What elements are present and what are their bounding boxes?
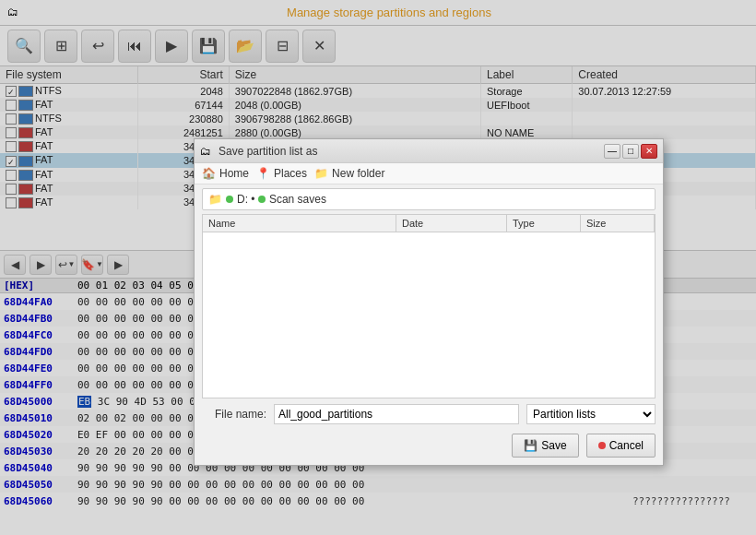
col-name[interactable]: Name <box>203 215 396 232</box>
dialog-controls: — □ ✕ <box>604 144 657 159</box>
file-list: Name Date Type Size <box>202 214 656 398</box>
home-label: Home <box>219 167 249 180</box>
cancel-label: Cancel <box>609 439 644 452</box>
dialog-close-button[interactable]: ✕ <box>641 144 657 159</box>
dialog-buttons: 💾 Save Cancel <box>195 430 663 465</box>
file-list-header: Name Date Type Size <box>203 215 655 232</box>
dialog-maximize-button[interactable]: □ <box>622 144 639 159</box>
new-folder-label: New folder <box>332 167 384 180</box>
dialog-minimize-button[interactable]: — <box>604 144 620 159</box>
places-label: Places <box>274 167 307 180</box>
save-label: Save <box>541 439 566 452</box>
dialog-toolbar: 🏠 Home 📍 Places 📁 New folder <box>195 163 663 184</box>
places-icon: 📍 <box>256 167 270 180</box>
path-dot2 <box>258 196 266 203</box>
filename-row: File name: Partition lists <box>195 398 663 430</box>
col-type[interactable]: Type <box>507 215 581 232</box>
save-dialog: 🗂 Save partition list as — □ ✕ 🏠 Home 📍 … <box>194 138 664 466</box>
col-date[interactable]: Date <box>396 215 507 232</box>
filename-input[interactable] <box>274 404 519 424</box>
path-bar[interactable]: 📁 D: • Scan saves <box>202 188 656 210</box>
new-folder-nav-button[interactable]: 📁 New folder <box>314 167 384 180</box>
dialog-save-button[interactable]: 💾 Save <box>512 434 578 458</box>
path-separator: • <box>248 193 258 206</box>
dialog-title: Save partition list as <box>219 145 604 158</box>
home-nav-button[interactable]: 🏠 Home <box>202 167 249 180</box>
dialog-title-bar: 🗂 Save partition list as — □ ✕ <box>195 139 663 163</box>
cancel-dot <box>598 442 606 449</box>
path-dot <box>226 196 233 203</box>
filename-label: File name: <box>202 408 266 421</box>
col-size[interactable]: Size <box>581 215 655 232</box>
dialog-overlay: 🗂 Save partition list as — □ ✕ 🏠 Home 📍 … <box>0 0 756 535</box>
dialog-icon: 🗂 <box>200 145 213 158</box>
filetype-select[interactable]: Partition lists <box>526 404 656 424</box>
folder-icon: 📁 <box>208 193 222 206</box>
path-folder: Scan saves <box>269 193 326 206</box>
new-folder-icon: 📁 <box>314 167 328 180</box>
save-icon: 💾 <box>524 439 537 452</box>
home-icon: 🏠 <box>202 167 216 180</box>
dialog-cancel-button[interactable]: Cancel <box>586 434 656 458</box>
places-nav-button[interactable]: 📍 Places <box>256 167 307 180</box>
path-drive: D: <box>237 193 248 206</box>
